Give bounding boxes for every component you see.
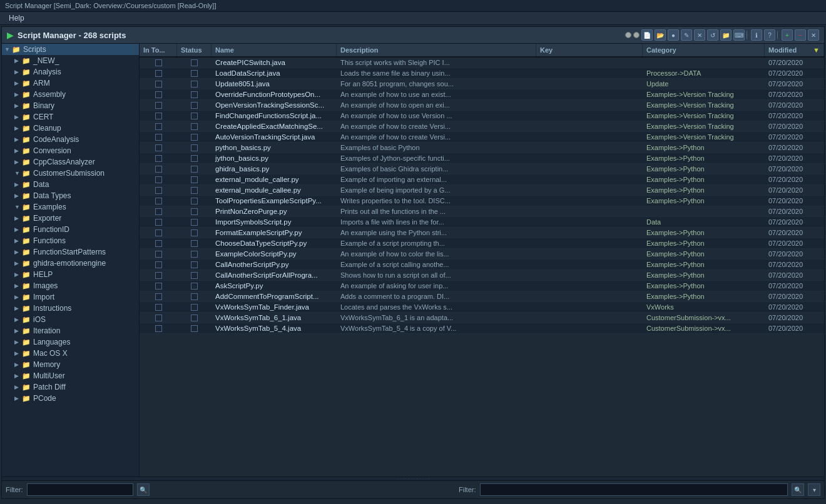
table-row[interactable]: FindChangedFunctionsScript.ja... An exam… xyxy=(140,111,824,121)
sidebar-item-cert[interactable]: ▶📁 CERT xyxy=(2,111,139,123)
sidebar-item-data[interactable]: ▶📁 Data xyxy=(2,179,139,190)
status-check[interactable] xyxy=(191,176,198,183)
table-row[interactable]: AskScriptPy.py An example of asking for … xyxy=(140,281,824,291)
table-row[interactable]: CallAnotherScriptForAllProgra... Shows h… xyxy=(140,270,824,281)
sidebar-item-ios[interactable]: ▶📁 iOS xyxy=(2,314,139,325)
table-row[interactable]: VxWorksSymTab_5_4.java VxWorksSymTab_5_4… xyxy=(140,323,824,334)
table-row[interactable]: external_module_caller.py Example of imp… xyxy=(140,174,824,185)
checkbox[interactable] xyxy=(155,187,162,194)
checkbox[interactable] xyxy=(155,208,162,215)
status-check[interactable] xyxy=(191,208,198,215)
menu-help[interactable]: Help xyxy=(5,13,28,24)
status-check[interactable] xyxy=(191,144,198,151)
sidebar-item-memory[interactable]: ▶📁 Memory xyxy=(2,359,139,370)
checkbox[interactable] xyxy=(155,91,162,98)
header-name[interactable]: Name xyxy=(212,44,337,56)
table-row[interactable]: VxWorksSymTab_6_1.java VxWorksSymTab_6_1… xyxy=(140,313,824,323)
sidebar[interactable]: ▼📁 Scripts▶📁 _NEW_▶📁 Analysis▶📁 ARM▶📁 As… xyxy=(2,44,140,476)
table-row[interactable]: OpenVersionTrackingSessionSc... An examp… xyxy=(140,100,824,111)
table-row[interactable]: ImportSymbolsScript.py Imports a file wi… xyxy=(140,217,824,228)
checkbox[interactable] xyxy=(155,219,162,226)
status-check[interactable] xyxy=(191,59,198,66)
sidebar-item-arm[interactable]: ▶📁 ARM xyxy=(2,78,139,89)
checkbox[interactable] xyxy=(155,59,162,66)
checkbox[interactable] xyxy=(155,272,162,279)
table-row[interactable]: CreatePICSwitch.java This script works w… xyxy=(140,58,824,68)
status-check[interactable] xyxy=(191,229,198,236)
checkbox[interactable] xyxy=(155,325,162,332)
sidebar-item-mac-os-x[interactable]: ▶📁 Mac OS X xyxy=(2,348,139,359)
status-check[interactable] xyxy=(191,166,198,173)
status-check[interactable] xyxy=(191,70,198,77)
table-row[interactable]: jython_basics.py Examples of Jython-spec… xyxy=(140,153,824,164)
sidebar-item-import[interactable]: ▶📁 Import xyxy=(2,291,139,303)
checkbox[interactable] xyxy=(155,166,162,173)
checkbox[interactable] xyxy=(155,134,162,141)
checkbox[interactable] xyxy=(155,261,162,268)
table-row[interactable]: FormatExampleScriptPy.py An example usin… xyxy=(140,228,824,238)
table-row[interactable]: external_module_callee.py Example of bei… xyxy=(140,185,824,196)
status-check[interactable] xyxy=(191,113,198,119)
checkbox[interactable] xyxy=(155,251,162,258)
table-row[interactable]: PrintNonZeroPurge.py Prints out all the … xyxy=(140,206,824,217)
table-row[interactable]: OverrideFunctionPrototypesOn... An examp… xyxy=(140,89,824,100)
checkbox[interactable] xyxy=(155,102,162,109)
new-script-button[interactable]: 📄 xyxy=(641,29,653,41)
sidebar-item-cleanup[interactable]: ▶📁 Cleanup xyxy=(2,123,139,134)
status-check[interactable] xyxy=(191,272,198,279)
sidebar-item-iteration[interactable]: ▶📁 Iteration xyxy=(2,325,139,336)
table-row[interactable]: LoadDataScript.java Loads the same file … xyxy=(140,68,824,79)
status-check[interactable] xyxy=(191,304,198,311)
right-filter-clear-button[interactable]: 🔍 xyxy=(792,483,804,496)
sidebar-item-cppclassanalyzer[interactable]: ▶📁 CppClassAnalyzer xyxy=(2,156,139,168)
sidebar-item-conversion[interactable]: ▶📁 Conversion xyxy=(2,145,139,156)
status-check[interactable] xyxy=(191,251,198,258)
status-check[interactable] xyxy=(191,102,198,109)
checkbox[interactable] xyxy=(155,304,162,311)
sidebar-item-images[interactable]: ▶📁 Images xyxy=(2,280,139,291)
status-check[interactable] xyxy=(191,293,198,300)
status-check[interactable] xyxy=(191,187,198,194)
status-check[interactable] xyxy=(191,134,198,141)
sidebar-item-_new_[interactable]: ▶📁 _NEW_ xyxy=(2,55,139,66)
checkbox[interactable] xyxy=(155,176,162,183)
status-check[interactable] xyxy=(191,198,198,204)
header-cat[interactable]: Category xyxy=(643,44,765,56)
sidebar-item-analysis[interactable]: ▶📁 Analysis xyxy=(2,66,139,78)
header-desc[interactable]: Description xyxy=(337,44,536,56)
sidebar-item-exporter[interactable]: ▶📁 Exporter xyxy=(2,213,139,224)
checkbox[interactable] xyxy=(155,283,162,290)
table-row[interactable]: ToolPropertiesExampleScriptPy... Writes … xyxy=(140,196,824,206)
close-button[interactable]: ✕ xyxy=(808,29,819,41)
checkbox[interactable] xyxy=(155,293,162,300)
table-row[interactable]: CreateAppliedExactMatchingSe... An examp… xyxy=(140,121,824,132)
info-button[interactable]: ℹ xyxy=(751,29,762,41)
sidebar-item-scripts[interactable]: ▼📁 Scripts xyxy=(2,44,139,55)
header-mod[interactable]: Modified ▼ xyxy=(765,44,824,56)
status-check[interactable] xyxy=(191,283,198,290)
header-into[interactable]: In To... xyxy=(140,44,177,56)
sidebar-item-codeanalysis[interactable]: ▶📁 CodeAnalysis xyxy=(2,134,139,145)
status-check[interactable] xyxy=(191,315,198,321)
checkbox[interactable] xyxy=(155,123,162,130)
status-check[interactable] xyxy=(191,123,198,130)
table-row[interactable]: ChooseDataTypeScriptPy.py Example of a s… xyxy=(140,238,824,249)
header-status[interactable]: Status xyxy=(177,44,212,56)
help-button[interactable]: ? xyxy=(764,29,775,41)
save-script-button[interactable]: ● xyxy=(668,29,679,41)
checkbox[interactable] xyxy=(155,155,162,162)
sidebar-item-functions[interactable]: ▶📁 Functions xyxy=(2,235,139,246)
sidebar-item-binary[interactable]: ▶📁 Binary xyxy=(2,100,139,111)
sidebar-item-pcode[interactable]: ▶📁 PCode xyxy=(2,393,139,404)
key-button[interactable]: ⌨ xyxy=(733,29,745,41)
sidebar-item-data-types[interactable]: ▶📁 Data Types xyxy=(2,190,139,201)
right-filter-options-button[interactable]: ▾ xyxy=(808,483,820,496)
header-key[interactable]: Key xyxy=(536,44,643,56)
right-filter-input[interactable] xyxy=(480,483,788,496)
checkbox[interactable] xyxy=(155,144,162,151)
table-row[interactable]: ghidra_basics.py Examples of basic Ghidr… xyxy=(140,164,824,174)
open-script-button[interactable]: 📂 xyxy=(655,29,666,41)
sidebar-item-assembly[interactable]: ▶📁 Assembly xyxy=(2,89,139,100)
remove-button[interactable]: − xyxy=(795,29,806,41)
table-row[interactable]: VxWorksSymTab_Finder.java Locates and pa… xyxy=(140,302,824,313)
